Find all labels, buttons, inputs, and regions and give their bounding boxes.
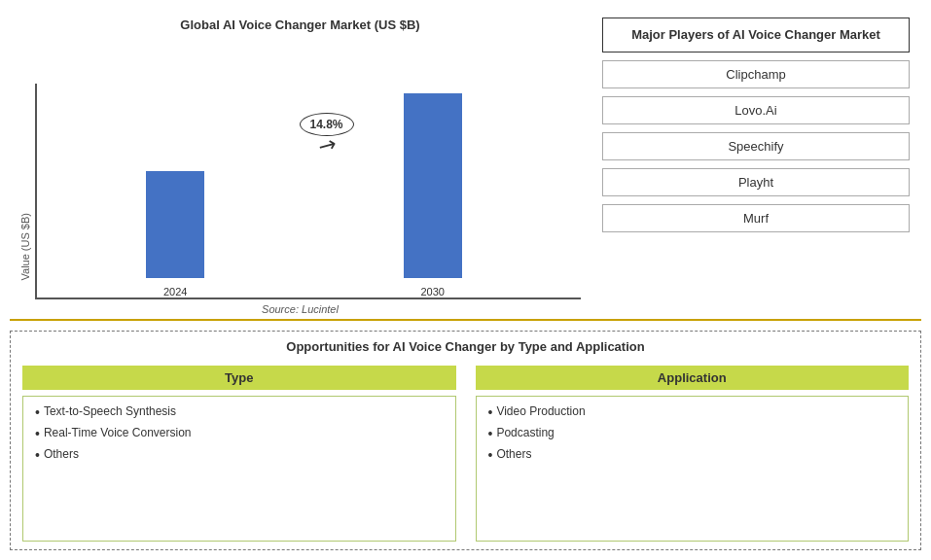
bar-group-2030: 2030 — [404, 93, 462, 298]
app-item-1: • Video Production — [488, 404, 897, 421]
type-item-1-text: Text-to-Speech Synthesis — [44, 404, 176, 418]
y-axis-label: Value (US $B) — [19, 213, 31, 281]
top-section: Global AI Voice Changer Market (US $B) V… — [10, 10, 921, 321]
main-container: Global AI Voice Changer Market (US $B) V… — [0, 0, 931, 560]
bar-label-2030: 2030 — [421, 286, 445, 298]
player-clipchamp: Clipchamp — [602, 60, 910, 88]
opportunities-section: Opportunities for AI Voice Changer by Ty… — [10, 331, 921, 550]
bar-2024 — [146, 171, 204, 278]
app-bullet-1: • — [488, 404, 493, 421]
bars-container: 14.8% ↗ 2024 2030 — [35, 84, 581, 299]
application-body: • Video Production • Podcasting • Others — [476, 396, 910, 542]
bar-label-2024: 2024 — [163, 286, 187, 298]
player-speechify: Speechify — [602, 132, 910, 160]
player-playht: Playht — [602, 168, 910, 196]
type-item-1: • Text-to-Speech Synthesis — [35, 404, 444, 421]
app-item-1-text: Video Production — [496, 404, 585, 418]
opportunities-title: Opportunities for AI Voice Changer by Ty… — [22, 339, 909, 354]
chart-inner: 14.8% ↗ 2024 2030 — [35, 84, 581, 299]
bullet-3: • — [35, 447, 40, 464]
players-title: Major Players of AI Voice Changer Market — [602, 18, 910, 52]
app-bullet-3: • — [488, 447, 493, 464]
type-body: • Text-to-Speech Synthesis • Real-Time V… — [22, 396, 456, 542]
type-item-3: • Others — [35, 447, 444, 464]
app-item-2: • Podcasting — [488, 426, 897, 442]
type-item-2-text: Real-Time Voice Conversion — [44, 426, 192, 439]
chart-title: Global AI Voice Changer Market (US $B) — [19, 18, 581, 32]
app-bullet-2: • — [488, 426, 493, 442]
type-column: Type • Text-to-Speech Synthesis • Real-T… — [22, 366, 456, 542]
type-item-3-text: Others — [44, 447, 79, 461]
chart-area: Global AI Voice Changer Market (US $B) V… — [10, 10, 591, 319]
player-murf: Murf — [602, 204, 910, 232]
player-lovo: Lovo.Ai — [602, 96, 910, 124]
source-text: Source: Lucintel — [19, 303, 581, 319]
app-item-3-text: Others — [496, 447, 531, 461]
opportunities-columns: Type • Text-to-Speech Synthesis • Real-T… — [22, 366, 909, 542]
app-item-3: • Others — [488, 447, 897, 464]
bullet-2: • — [35, 426, 40, 442]
bullet-1: • — [35, 404, 40, 421]
players-area: Major Players of AI Voice Changer Market… — [591, 10, 921, 319]
bar-2030 — [404, 93, 462, 278]
bar-group-2024: 2024 — [146, 171, 204, 298]
application-column: Application • Video Production • Podcast… — [476, 366, 910, 542]
chart-body: Value (US $B) 14.8% ↗ 2024 — [19, 38, 581, 299]
app-item-2-text: Podcasting — [496, 426, 554, 439]
type-header: Type — [22, 366, 456, 390]
type-item-2: • Real-Time Voice Conversion — [35, 426, 444, 442]
cagr-annotation: 14.8% ↗ — [300, 113, 354, 156]
application-header: Application — [476, 366, 910, 390]
